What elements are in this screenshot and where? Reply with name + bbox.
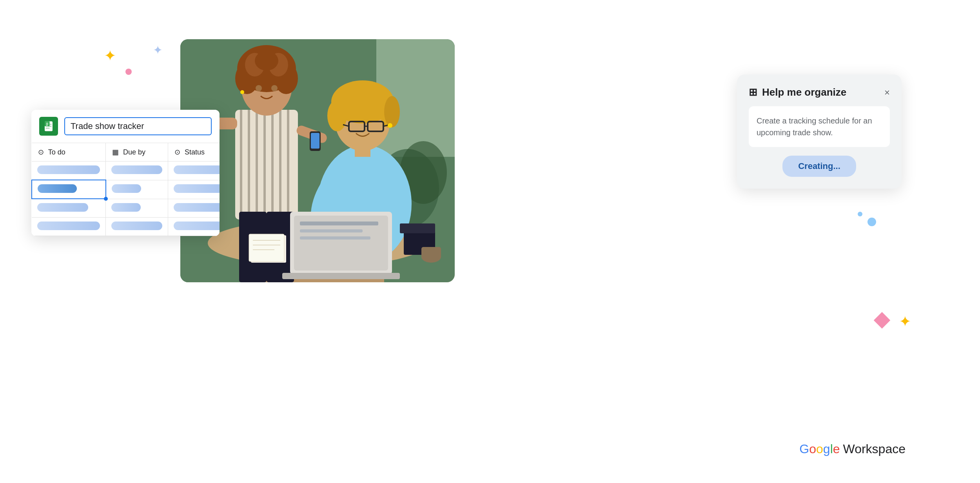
svg-point-21 (255, 51, 278, 71)
spreadsheet-table: ⊙ To do ▦ Due by ⊙ Status (31, 143, 220, 236)
status-cell (168, 199, 220, 218)
help-panel-header: ⊞ Help me organize × (749, 86, 890, 98)
status-cell (168, 218, 220, 236)
spreadsheet-title-input[interactable] (64, 117, 212, 135)
help-panel: ⊞ Help me organize × Create a tracking s… (737, 74, 902, 189)
google-brand-text: Google (799, 442, 840, 456)
svg-point-37 (384, 96, 400, 127)
svg-point-43 (388, 123, 392, 128)
background-photo (180, 39, 455, 282)
svg-rect-47 (300, 222, 378, 225)
table-row (32, 162, 220, 180)
status-cell (168, 162, 220, 180)
svg-rect-49 (300, 236, 370, 240)
main-scene: ✦ ✦ (0, 0, 980, 483)
svg-rect-65 (46, 124, 48, 125)
col-todo-header: ⊙ To do (32, 143, 106, 162)
svg-rect-51 (400, 223, 435, 233)
svg-point-28 (256, 85, 262, 91)
close-button[interactable]: × (884, 88, 890, 97)
svg-rect-62 (46, 128, 50, 129)
table-row-selected[interactable] (32, 180, 220, 199)
status-icon: ⊙ (174, 148, 180, 156)
svg-rect-46 (282, 273, 400, 279)
sparkle-yellow-icon: ✦ (104, 47, 116, 64)
workspace-brand-text: Workspace (843, 442, 906, 456)
todo-cell-selected (32, 180, 106, 199)
todo-cell (32, 199, 106, 218)
dueby-cell (106, 162, 168, 180)
calendar-icon: ▦ (112, 148, 119, 156)
sheets-icon (39, 117, 58, 136)
svg-rect-64 (46, 123, 48, 123)
col-status-header: ⊙ Status (168, 143, 220, 162)
prompt-text-box: Create a tracking schedule for an upcomi… (749, 106, 890, 147)
svg-rect-48 (300, 229, 363, 232)
col-dueby-header: ▦ Due by (106, 143, 168, 162)
svg-rect-55 (249, 234, 284, 261)
diamond-pink-decoration (874, 312, 890, 329)
todo-cell (32, 218, 106, 236)
todo-icon: ⊙ (38, 148, 44, 156)
svg-point-30 (240, 90, 244, 94)
todo-cell (32, 162, 106, 180)
sparkle-blue-icon: ✦ (153, 43, 163, 57)
table-header-row: ⊙ To do ▦ Due by ⊙ Status (32, 143, 220, 162)
dot-small-blue-decoration (858, 212, 862, 216)
dueby-cell-selected (106, 180, 168, 199)
sparkle-yellow-2-icon: ✦ (899, 313, 911, 330)
dueby-cell (106, 199, 168, 218)
dot-pink-decoration (125, 69, 132, 75)
dot-blue-decoration (867, 218, 876, 226)
dueby-cell (106, 218, 168, 236)
svg-point-35 (327, 100, 347, 131)
google-workspace-logo: Google Workspace (799, 442, 906, 456)
status-cell-selected (168, 180, 220, 199)
creating-button[interactable]: Creating... (782, 156, 856, 177)
table-row (32, 218, 220, 236)
organize-icon: ⊞ (749, 86, 757, 98)
spreadsheet-card: ⊙ To do ▦ Due by ⊙ Status (31, 110, 220, 236)
table-row (32, 199, 220, 218)
spreadsheet-header (31, 110, 220, 143)
help-panel-title: ⊞ Help me organize (749, 86, 846, 98)
svg-rect-66 (46, 125, 48, 126)
svg-point-29 (271, 85, 278, 91)
svg-rect-53 (421, 247, 441, 259)
svg-rect-25 (311, 133, 319, 149)
